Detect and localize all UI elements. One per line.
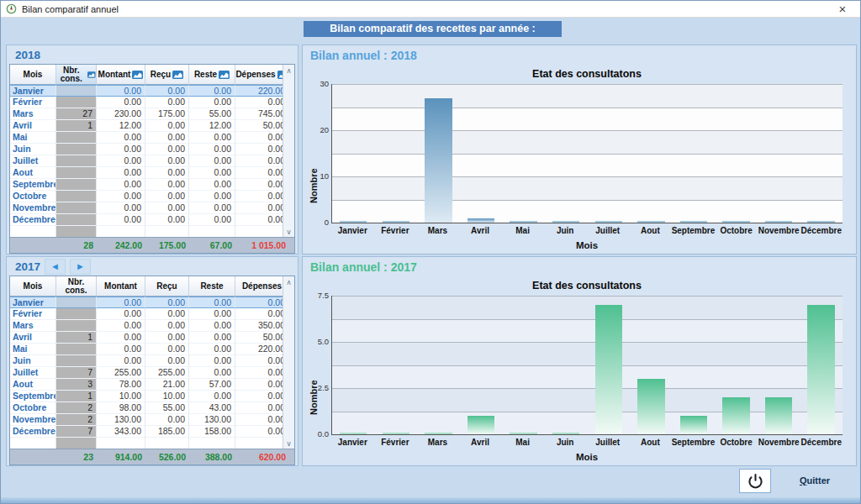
- table-row-cell[interactable]: 2: [56, 414, 97, 426]
- table-row-cell[interactable]: Février: [10, 97, 56, 108]
- table-row-cell[interactable]: 0.00: [97, 308, 145, 320]
- table-row-cell[interactable]: 0.00: [97, 214, 145, 226]
- table-row-cell[interactable]: [56, 179, 97, 191]
- column-header-1[interactable]: Nbr. cons.: [56, 276, 97, 297]
- table-row-cell[interactable]: 0.00: [189, 214, 235, 226]
- table-row-cell[interactable]: 175.00: [145, 108, 189, 120]
- table-row-cell[interactable]: 0.00: [145, 191, 189, 202]
- table-row-cell[interactable]: [56, 214, 97, 226]
- table-row-cell[interactable]: 2: [56, 402, 97, 414]
- column-header-5[interactable]: Dépenses: [235, 276, 283, 297]
- table-row-cell[interactable]: 78.00: [97, 379, 145, 391]
- table-row-cell[interactable]: 1: [56, 332, 97, 344]
- table-row-cell[interactable]: [56, 85, 97, 97]
- table-row-cell[interactable]: [56, 344, 97, 355]
- table-row-cell[interactable]: 130.00: [189, 414, 235, 426]
- table-row-cell[interactable]: 0.00: [97, 355, 145, 367]
- table-row-cell[interactable]: 255.00: [145, 367, 189, 379]
- table-row-cell[interactable]: 0.00: [145, 144, 189, 155]
- table-row-cell[interactable]: 0.00: [97, 179, 145, 191]
- table-row-cell[interactable]: Juin: [10, 355, 56, 367]
- table-row-cell[interactable]: 0.00: [189, 132, 235, 144]
- table-row-cell[interactable]: 0.00: [145, 414, 189, 426]
- column-header-4[interactable]: Reste: [189, 276, 235, 297]
- table-row-cell[interactable]: Juin: [10, 144, 56, 155]
- table-row-cell[interactable]: Octobre: [10, 402, 56, 414]
- table-row-cell[interactable]: 98.00: [97, 402, 145, 414]
- table-row-cell[interactable]: 158.00: [189, 426, 235, 438]
- table-row-cell[interactable]: Novembre: [10, 202, 56, 214]
- table-row-cell[interactable]: Juillet: [10, 155, 56, 167]
- table-row-cell[interactable]: 12.00: [97, 120, 145, 132]
- table-row-cell[interactable]: 0.00: [189, 332, 235, 344]
- table-row-cell[interactable]: 0.00: [189, 367, 235, 379]
- table-row-cell[interactable]: 0.00: [189, 344, 235, 355]
- table-row-cell[interactable]: 50.00: [235, 120, 283, 132]
- table-row-cell[interactable]: 0.00: [235, 202, 283, 214]
- scroll-down-icon[interactable]: ∨: [286, 440, 291, 447]
- table-row-cell[interactable]: 1: [56, 120, 97, 132]
- table-2017-scrollbar[interactable]: ∧ ∨: [283, 276, 294, 449]
- table-row-cell[interactable]: 0.00: [145, 97, 189, 108]
- column-header-1[interactable]: Nbr. cons.: [56, 65, 97, 85]
- table-row-cell[interactable]: 220.00: [235, 344, 283, 355]
- table-2018-scrollbar[interactable]: ∧ ∨: [283, 65, 294, 238]
- table-row-cell[interactable]: [56, 308, 97, 320]
- table-row-cell[interactable]: Septembre: [10, 179, 56, 191]
- column-header-0[interactable]: Mois: [10, 276, 56, 297]
- table-row-cell[interactable]: Février: [10, 308, 56, 320]
- table-row-cell[interactable]: Mars: [10, 108, 56, 120]
- table-row-cell[interactable]: 0.00: [145, 155, 189, 167]
- table-row-cell[interactable]: 0.00: [235, 379, 283, 391]
- table-row-cell[interactable]: [56, 355, 97, 367]
- table-row-cell[interactable]: [56, 320, 97, 332]
- table-row-cell[interactable]: 0.00: [145, 308, 189, 320]
- table-row-cell[interactable]: Novembre: [10, 414, 56, 426]
- table-row-cell[interactable]: 0.00: [189, 167, 235, 179]
- table-row-cell[interactable]: [56, 132, 97, 144]
- table-row-cell[interactable]: 0.00: [189, 97, 235, 108]
- table-row-cell[interactable]: [56, 155, 97, 167]
- table-row-cell[interactable]: [56, 202, 97, 214]
- table-row-cell[interactable]: 50.00: [235, 332, 283, 344]
- table-row-cell[interactable]: 12.00: [189, 120, 235, 132]
- table-row-cell[interactable]: 55.00: [189, 108, 235, 120]
- table-row-cell[interactable]: 7: [56, 367, 97, 379]
- table-row-cell[interactable]: 0.00: [97, 97, 145, 108]
- table-row-cell[interactable]: 0.00: [97, 191, 145, 202]
- scroll-up-icon[interactable]: ∧: [286, 67, 291, 74]
- table-row-cell[interactable]: 27: [56, 108, 97, 120]
- table-row-cell[interactable]: 7: [56, 426, 97, 438]
- table-row-cell[interactable]: 0.00: [145, 85, 189, 97]
- table-row-cell[interactable]: Aout: [10, 167, 56, 179]
- table-row-cell[interactable]: 0.00: [97, 155, 145, 167]
- table-row-cell[interactable]: 0.00: [97, 332, 145, 344]
- table-row-cell[interactable]: Janvier: [10, 85, 56, 97]
- column-header-5[interactable]: Dépenses: [235, 65, 283, 85]
- table-row-cell[interactable]: 3: [56, 379, 97, 391]
- table-row-cell[interactable]: 43.00: [189, 402, 235, 414]
- quitter-button[interactable]: Quitter: [771, 469, 858, 491]
- table-row-cell[interactable]: 130.00: [97, 414, 145, 426]
- table-row-cell[interactable]: [56, 297, 97, 308]
- table-row-cell[interactable]: 0.00: [145, 167, 189, 179]
- table-row-cell[interactable]: 0.00: [235, 414, 283, 426]
- table-row-cell[interactable]: 0.00: [235, 191, 283, 202]
- table-row-cell[interactable]: 57.00: [189, 379, 235, 391]
- table-row-cell[interactable]: Avril: [10, 332, 56, 344]
- table-row-cell[interactable]: 230.00: [97, 108, 145, 120]
- table-row-cell[interactable]: 0.00: [235, 355, 283, 367]
- table-row-cell[interactable]: 0.00: [235, 367, 283, 379]
- table-row-cell[interactable]: 0.00: [189, 320, 235, 332]
- table-row-cell[interactable]: 0.00: [189, 144, 235, 155]
- table-row-cell[interactable]: Octobre: [10, 191, 56, 202]
- column-header-3[interactable]: Reçu: [145, 276, 189, 297]
- table-row-cell[interactable]: 0.00: [235, 402, 283, 414]
- table-row-cell[interactable]: [56, 144, 97, 155]
- table-row-cell[interactable]: 10.00: [97, 391, 145, 402]
- table-row-cell[interactable]: 0.00: [235, 97, 283, 108]
- table-row-cell[interactable]: 0.00: [97, 320, 145, 332]
- table-row-cell[interactable]: 0.00: [145, 214, 189, 226]
- table-row-cell[interactable]: 255.00: [97, 367, 145, 379]
- table-row-cell[interactable]: 0.00: [189, 355, 235, 367]
